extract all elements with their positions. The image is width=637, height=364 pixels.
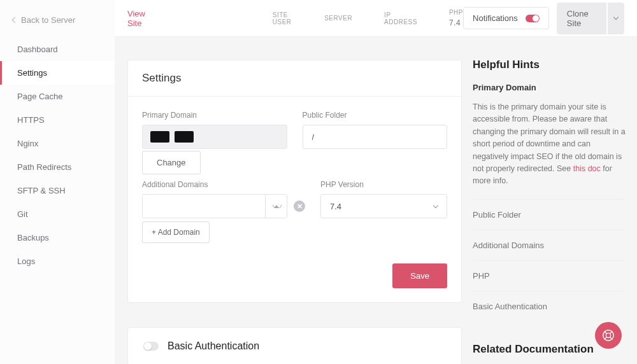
sidebar-item-backups[interactable]: Backups (0, 226, 115, 249)
hint-primary-title: Primary Domain (473, 83, 626, 92)
php-version-selected: 7.4 (330, 202, 341, 211)
php-info: PHP 7.4 (449, 9, 463, 27)
lifebuoy-icon (601, 328, 615, 342)
help-fab-button[interactable] (595, 322, 622, 349)
chevron-left-icon (12, 17, 18, 24)
php-version-label: PHP Version (320, 180, 447, 189)
sidebar-item-settings[interactable]: Settings (0, 61, 115, 85)
svg-line-2 (605, 332, 607, 334)
sidebar-item-page-cache[interactable]: Page Cache (0, 85, 115, 108)
sidebar: Back to Server Dashboard Settings Page C… (0, 0, 115, 364)
chevron-down-icon (433, 202, 438, 207)
sidebar-item-nginx[interactable]: Nginx (0, 132, 115, 155)
sidebar-item-sftp-ssh[interactable]: SFTP & SSH (0, 179, 115, 202)
settings-card: Settings Primary Domain Change Public Fo… (127, 60, 462, 303)
notifications-toggle-on-icon (526, 15, 540, 22)
hint-item-public-folder[interactable]: Public Folder (473, 199, 626, 230)
basic-auth-toggle[interactable] (143, 342, 159, 351)
server-info: SERVER (324, 15, 352, 22)
clone-site-group: Clone Site (557, 3, 624, 34)
clone-site-button[interactable]: Clone Site (557, 3, 606, 34)
x-icon: ✕ (297, 202, 303, 211)
notifications-toggle-box[interactable]: Notifications (463, 7, 549, 29)
site-user-label: SITE USER (273, 11, 292, 25)
primary-domain-value-box (142, 125, 287, 149)
site-info-group: SITE USER SERVER IP ADDRESS PHP 7.4 (273, 9, 463, 27)
additional-domain-input-wrap (142, 194, 287, 218)
php-label: PHP (449, 9, 463, 16)
sidebar-item-dashboard[interactable]: Dashboard (0, 38, 115, 61)
ip-label: IP ADDRESS (384, 11, 417, 25)
hints-column: Helpful Hints Primary Domain This is the… (473, 59, 626, 364)
php-version-field: PHP Version 7.4 (320, 180, 447, 237)
additional-domains-field: Additional Domains ✕ + Add (142, 180, 305, 237)
remove-domain-button[interactable]: ✕ (294, 200, 305, 212)
back-link-label: Back to Server (21, 15, 75, 25)
add-domain-button[interactable]: + Add Domain (142, 221, 210, 243)
primary-domain-label: Primary Domain (142, 111, 287, 120)
chevron-down-icon (613, 15, 619, 20)
hint-item-php[interactable]: PHP (473, 260, 626, 291)
open-domain-button[interactable] (265, 195, 287, 218)
svg-line-5 (605, 337, 607, 340)
additional-domains-label: Additional Domains (142, 180, 305, 189)
hint-primary-text: This is the primary domain your site is … (473, 101, 626, 188)
svg-point-1 (606, 333, 610, 337)
save-button[interactable]: Save (392, 263, 447, 288)
redacted-text (175, 131, 194, 143)
main: Settings Primary Domain Change Public Fo… (115, 37, 462, 364)
additional-domain-input[interactable] (143, 195, 265, 218)
settings-heading: Settings (128, 60, 461, 97)
sidebar-item-path-redirects[interactable]: Path Redirects (0, 155, 115, 179)
back-to-server-link[interactable]: Back to Server (0, 11, 115, 38)
change-domain-button[interactable]: Change (142, 151, 201, 174)
svg-line-3 (610, 337, 613, 340)
php-version-select[interactable]: 7.4 (320, 194, 447, 218)
public-folder-field: Public Folder (303, 111, 448, 167)
basic-auth-title: Basic Authentication (168, 340, 259, 352)
php-value: 7.4 (449, 18, 461, 27)
share-arrow-icon (274, 205, 279, 208)
primary-domain-field: Primary Domain Change (142, 111, 287, 167)
hint-item-basic-auth[interactable]: Basic Authentication (473, 291, 626, 321)
notifications-label: Notifications (473, 13, 518, 23)
hint-item-additional-domains[interactable]: Additional Domains (473, 230, 626, 260)
site-user-info: SITE USER (273, 11, 292, 25)
sidebar-item-git[interactable]: Git (0, 202, 115, 226)
topbar: View Site SITE USER SERVER IP ADDRESS PH… (115, 0, 637, 37)
public-folder-label: Public Folder (303, 111, 448, 120)
hint-text-a: This is the primary domain your site is … (473, 102, 626, 173)
basic-auth-card: Basic Authentication (127, 327, 462, 364)
view-site-link[interactable]: View Site (127, 9, 158, 28)
sidebar-item-logs[interactable]: Logs (0, 249, 115, 273)
sidebar-item-https[interactable]: HTTPS (0, 108, 115, 132)
svg-line-4 (610, 332, 613, 334)
hints-heading: Helpful Hints (473, 59, 626, 71)
redacted-text (150, 131, 169, 143)
server-label: SERVER (324, 15, 352, 22)
ip-info: IP ADDRESS (384, 11, 417, 25)
public-folder-input[interactable] (303, 125, 448, 149)
clone-site-dropdown-button[interactable] (608, 3, 624, 34)
hint-doc-link[interactable]: this doc (573, 164, 601, 173)
